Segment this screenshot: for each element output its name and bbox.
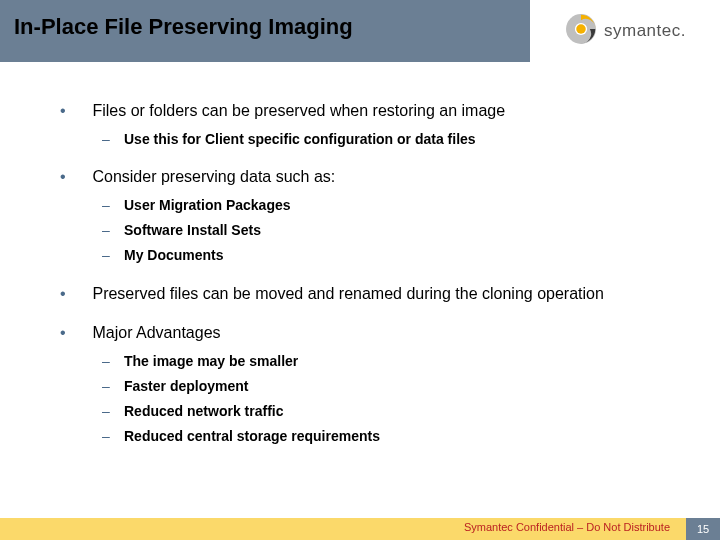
slide: In-Place File Preserving Imaging symante…	[0, 0, 720, 540]
list-sub-item: Software Install Sets	[102, 221, 660, 240]
list-sub-item: The image may be smaller	[102, 352, 660, 371]
title-bar: In-Place File Preserving Imaging symante…	[0, 0, 720, 62]
list-sub-item: Faster deployment	[102, 377, 660, 396]
brand-logo: symantec.	[530, 0, 720, 62]
list-sub-item: User Migration Packages	[102, 196, 660, 215]
slide-title: In-Place File Preserving Imaging	[14, 14, 353, 40]
page-number: 15	[686, 518, 720, 540]
list-sub-item: My Documents	[102, 246, 660, 265]
symantec-swirl-icon	[564, 12, 598, 50]
list-item: Consider preserving data such as: User M…	[60, 166, 660, 264]
brand-name: symantec.	[604, 21, 686, 41]
confidential-label: Symantec Confidential – Do Not Distribut…	[464, 521, 670, 533]
list-sub-item: Use this for Client specific configurati…	[102, 130, 660, 149]
list-item-text: Major Advantages	[92, 324, 220, 341]
list-item: Major Advantages The image may be smalle…	[60, 322, 660, 445]
list-item-text: Files or folders can be preserved when r…	[92, 102, 505, 119]
footer-bar: Symantec Confidential – Do Not Distribut…	[0, 518, 720, 540]
list-sub-item: Reduced central storage requirements	[102, 427, 660, 446]
bullet-list: Files or folders can be preserved when r…	[60, 100, 660, 446]
list-item: Preserved files can be moved and renamed…	[60, 283, 660, 305]
list-item-text: Preserved files can be moved and renamed…	[92, 285, 603, 302]
list-sub-item: Reduced network traffic	[102, 402, 660, 421]
list-item: Files or folders can be preserved when r…	[60, 100, 660, 148]
svg-point-2	[576, 24, 586, 34]
list-item-text: Consider preserving data such as:	[92, 168, 335, 185]
content-body: Files or folders can be preserved when r…	[60, 100, 660, 464]
